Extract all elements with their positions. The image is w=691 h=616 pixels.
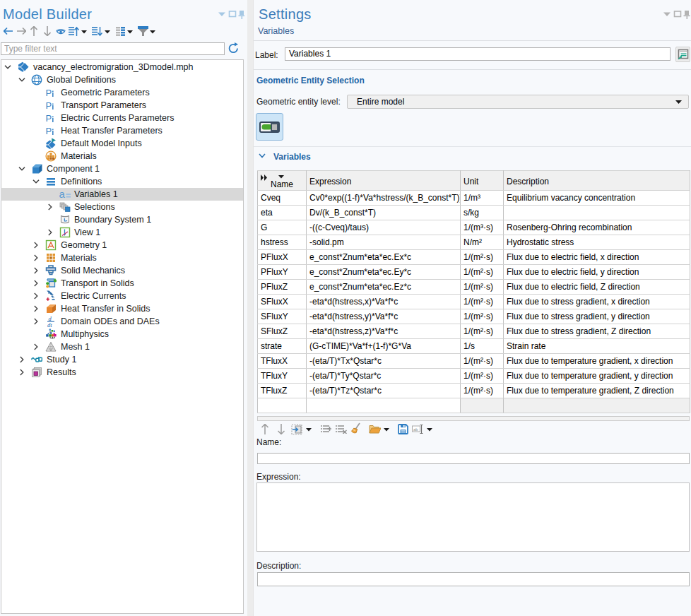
svg-text:ab: ab xyxy=(413,427,418,432)
svg-text:P: P xyxy=(46,113,52,124)
svg-text:P: P xyxy=(46,126,52,136)
svg-text:a: a xyxy=(59,189,66,200)
svg-text:dt: dt xyxy=(47,321,52,328)
svg-text:P: P xyxy=(46,100,52,111)
svg-text:P: P xyxy=(46,88,52,98)
